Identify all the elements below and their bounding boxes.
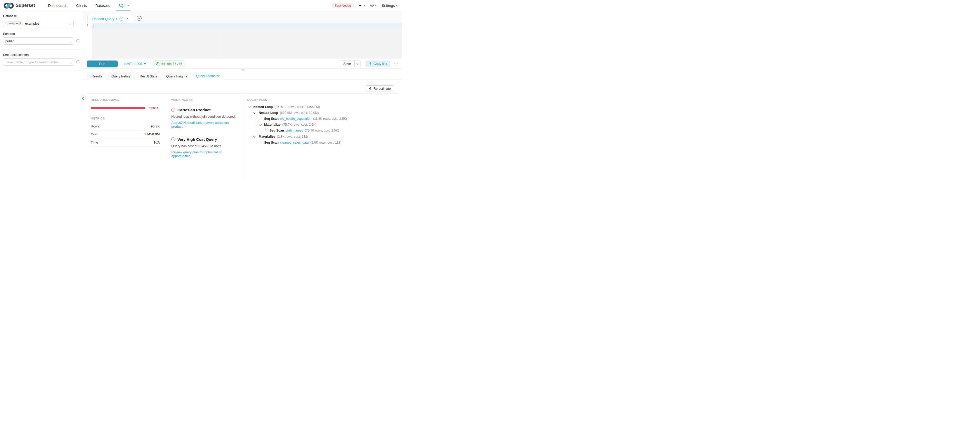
sidebar-divider	[2, 49, 81, 49]
database-value: examples	[25, 22, 40, 25]
link-icon	[368, 62, 372, 66]
limit-dropdown[interactable]: LIMIT: 1 000	[124, 62, 146, 66]
plan-node: Nested Loop (2515.0B rows, cost: 31456.0…	[247, 104, 402, 110]
settings-menu[interactable]: Settings	[382, 3, 398, 8]
nav-item[interactable]: Dashboards	[44, 0, 72, 11]
plan-table-link[interactable]: birth_names	[285, 129, 303, 132]
tree-guide-line	[260, 115, 260, 123]
query-estimator-panel: Re-estimate RESOURCE IMPACT Critical MET…	[83, 80, 402, 181]
metric-row: Cost 31456.0M	[91, 130, 160, 139]
navbar-right: flask-debug + Settings	[332, 3, 398, 8]
brand-name: Superset	[16, 3, 35, 8]
metrics-table: Rows 90.3K Cost 31456.0M Time N/A	[91, 122, 160, 147]
superset-infinity-icon	[3, 2, 14, 9]
chevron-left-icon	[82, 97, 85, 100]
save-options-button[interactable]	[355, 60, 361, 67]
database-engine-tag: postgresql	[5, 21, 23, 25]
result-tab[interactable]: Results	[88, 73, 107, 80]
impact-indicator: Critical	[91, 106, 160, 110]
timer-value: 00:00:00.00	[161, 62, 182, 66]
warnings-list: ! Cartesian Product Nested loop without …	[171, 108, 238, 158]
plan-node: Materialize (75.7K rows, cost: 2.6K)	[247, 122, 402, 128]
resize-gripper[interactable]	[241, 70, 245, 71]
copy-link-button[interactable]: Copy link	[365, 60, 390, 67]
metric-row: Time N/A	[91, 138, 160, 147]
sql-code-editor[interactable]: 1	[83, 23, 402, 59]
refresh-tables-icon[interactable]	[76, 60, 80, 64]
editor-toolbar: Run LIMIT: 1 000 00:00:00.00 Save	[83, 59, 402, 68]
tree-branch-tick	[260, 119, 262, 119]
exclamation-circle-icon: !	[171, 108, 175, 112]
navbar: Superset Dashboards Charts Datasets SQL …	[0, 0, 402, 11]
superset-sql-lab: Superset Dashboards Charts Datasets SQL …	[0, 0, 402, 181]
primary-nav: Dashboards Charts Datasets SQL	[44, 0, 133, 11]
impact-progress-bar	[91, 107, 145, 109]
print-margin-line	[219, 23, 219, 59]
south-pane-tabs: Results Query history Result Stats Query…	[83, 73, 402, 80]
schema-select[interactable]: public	[3, 37, 74, 44]
resource-impact-title: RESOURCE IMPACT	[91, 98, 160, 101]
chevron-down-icon	[69, 40, 72, 43]
limit-label: LIMIT:	[124, 62, 132, 66]
sql-editor-main: ⁞ Untitled Query 1 ✓ ✕ + 1	[83, 11, 402, 181]
sql-lab-left-panel: Database postgresql examples Schema publ…	[0, 11, 83, 181]
plus-icon: +	[359, 3, 361, 8]
query-plan-column: QUERY PLAN	[243, 94, 402, 181]
saved-check-icon: ✓	[119, 17, 123, 21]
save-button[interactable]: Save	[340, 60, 355, 67]
more-actions-button[interactable]: ···	[394, 62, 398, 66]
expand-chevron-icon[interactable]	[253, 111, 256, 114]
reestimate-button[interactable]: Re-estimate	[365, 86, 394, 92]
schema-label: Schema	[3, 32, 80, 36]
plan-node: Seq Scan birth_names (75.7K rows, cost: …	[247, 128, 402, 133]
plan-node: Seq Scan cleaned_sales_data (2.8K rows, …	[247, 140, 402, 145]
plan-table-link[interactable]: cleaned_sales_data	[280, 141, 309, 145]
sql-code-line	[94, 24, 111, 33]
result-tab[interactable]: Query Estimator	[192, 73, 223, 80]
table-select[interactable]: Select table or type to search tables	[3, 59, 74, 66]
expand-chevron-icon[interactable]	[253, 135, 256, 138]
tree-branch-elbow	[260, 140, 262, 143]
metric-row: Rows 90.3K	[91, 122, 160, 130]
limit-value: 1 000	[134, 62, 142, 66]
nav-item[interactable]: Datasets	[91, 0, 114, 11]
active-line-highlight	[92, 23, 402, 28]
estimator-header-row: Re-estimate	[87, 80, 398, 94]
table-schema-label: See table schema	[3, 53, 80, 57]
environment-badge: flask-debug	[332, 3, 354, 8]
warning-suggestion-link[interactable]: Review query plan for optimization oppor…	[171, 150, 238, 158]
metrics-title: METRICS	[91, 117, 160, 120]
plan-node: Materialize (2.8K rows, cost: 132)	[247, 133, 402, 140]
query-tab[interactable]: ⁞ Untitled Query 1 ✓ ✕	[88, 14, 132, 23]
query-plan-tree: Nested Loop (2515.0B rows, cost: 31456.0…	[247, 104, 402, 145]
save-split-button: Save	[340, 60, 361, 67]
chevron-down-icon	[363, 4, 365, 6]
clock-icon	[156, 62, 159, 66]
drag-handle-icon[interactable]: ⁞	[90, 17, 91, 21]
plan-node: Seq Scan wb_health_population (11.8K row…	[247, 116, 402, 122]
refresh-schemas-icon[interactable]	[76, 39, 80, 43]
nav-item[interactable]: SQL	[114, 0, 133, 11]
database-select[interactable]: postgresql examples	[3, 20, 73, 27]
result-tab[interactable]: Query history	[107, 73, 135, 80]
theme-menu[interactable]	[369, 3, 378, 8]
plan-table-link[interactable]: wb_health_population	[280, 117, 311, 121]
run-button[interactable]: Run	[87, 60, 118, 67]
result-tab[interactable]: Query Insights	[162, 73, 191, 80]
editor-gutter: 1	[83, 23, 92, 59]
nav-item[interactable]: Charts	[72, 0, 91, 11]
expand-chevron-icon[interactable]	[259, 123, 261, 125]
exclamation-circle-icon: !	[171, 137, 175, 141]
query-plan-title: QUERY PLAN	[247, 98, 402, 101]
collapse-panel-button[interactable]	[81, 94, 86, 102]
new-query-tab-button[interactable]: +	[137, 16, 142, 21]
tree-branch-elbow	[266, 128, 268, 131]
lightning-bolt-icon	[369, 87, 372, 91]
warning-item: ! Very High Cost Query Query has cost of…	[171, 137, 238, 158]
expand-chevron-icon[interactable]	[248, 105, 251, 108]
close-tab-icon[interactable]: ✕	[126, 17, 129, 21]
result-tab[interactable]: Result Stats	[136, 73, 161, 80]
superset-logo[interactable]: Superset	[3, 2, 35, 9]
new-item-menu[interactable]: +	[358, 3, 366, 8]
warning-suggestion-link[interactable]: Add JOIN conditions to avoid cartesian p…	[171, 121, 238, 129]
